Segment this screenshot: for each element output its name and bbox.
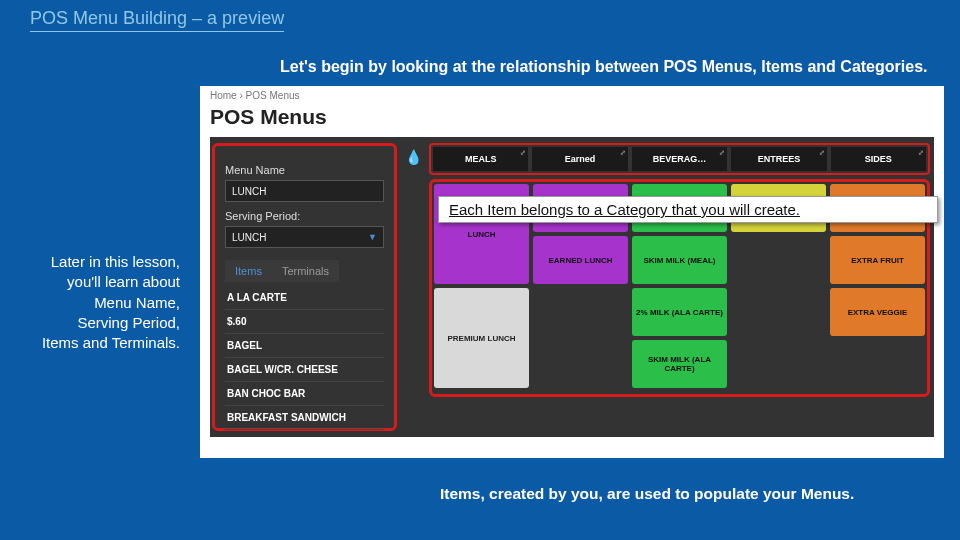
category-header-row: MEALS⤢ Earned⤢ BEVERAG…⤢ ENTREES⤢ SIDES⤢ xyxy=(429,143,930,175)
tile-earned-lunch[interactable]: EARNED LUNCH xyxy=(533,236,628,284)
form-column: Menu Name LUNCH Serving Period: LUNCH ▼ … xyxy=(212,143,397,431)
breadcrumb-current: POS Menus xyxy=(246,90,300,101)
menu-name-label: Menu Name xyxy=(225,164,384,176)
tile-2pct-milk-ala[interactable]: 2% MILK (ALA CARTE) xyxy=(632,288,727,336)
category-header[interactable]: ENTREES⤢ xyxy=(731,147,826,171)
app-screenshot: Home › POS Menus POS Menus Each Item bel… xyxy=(200,86,944,458)
tile-skim-milk-ala[interactable]: SKIM MILK (ALA CARTE) xyxy=(632,340,727,388)
menu-grid: MEALS⤢ Earned⤢ BEVERAG…⤢ ENTREES⤢ SIDES⤢… xyxy=(425,137,934,437)
annotation-text: Each Item belongs to a Category that you… xyxy=(449,201,800,218)
tile-extra-veggie[interactable]: EXTRA VEGGIE xyxy=(830,288,925,336)
intro-text: Let's begin by looking at the relationsh… xyxy=(280,58,927,76)
menu-name-input[interactable]: LUNCH xyxy=(225,180,384,202)
list-item[interactable]: BAGEL xyxy=(225,334,384,358)
category-header[interactable]: MEALS⤢ xyxy=(433,147,528,171)
tab-terminals[interactable]: Terminals xyxy=(272,260,339,282)
category-header[interactable]: BEVERAG…⤢ xyxy=(632,147,727,171)
breadcrumb-sep: › xyxy=(239,90,242,101)
list-item[interactable]: $.60 xyxy=(225,310,384,334)
caption-bottom: Items, created by you, are used to popul… xyxy=(440,485,854,503)
category-label: SIDES xyxy=(865,154,892,164)
chevron-down-icon: ▼ xyxy=(368,232,377,242)
expand-icon[interactable]: ⤢ xyxy=(819,149,825,157)
list-item[interactable]: BAN CHOC BAR xyxy=(225,382,384,406)
tile-extra-fruit[interactable]: EXTRA FRUIT xyxy=(830,236,925,284)
editor-panel: Each Item belongs to a Category that you… xyxy=(210,137,934,437)
expand-icon[interactable]: ⤢ xyxy=(719,149,725,157)
tabs: Items Terminals xyxy=(225,260,384,282)
expand-icon[interactable]: ⤢ xyxy=(620,149,626,157)
serving-period-select[interactable]: LUNCH ▼ xyxy=(225,226,384,248)
serving-period-value: LUNCH xyxy=(232,232,266,243)
list-item[interactable]: A LA CARTE xyxy=(225,286,384,310)
serving-period-label: Serving Period: xyxy=(225,210,384,222)
tile-premium-lunch[interactable]: PREMIUM LUNCH xyxy=(434,288,529,388)
list-item[interactable]: BREAKFAST SANDWICH xyxy=(225,406,384,430)
list-item[interactable]: BAGEL W/CR. CHEESE xyxy=(225,358,384,382)
annotation-callout: Each Item belongs to a Category that you… xyxy=(438,196,938,223)
expand-icon[interactable]: ⤢ xyxy=(918,149,924,157)
category-header[interactable]: Earned⤢ xyxy=(532,147,627,171)
breadcrumb-home[interactable]: Home xyxy=(210,90,237,101)
breadcrumb: Home › POS Menus xyxy=(200,86,944,105)
slide-title: POS Menu Building – a preview xyxy=(30,8,284,32)
category-label: ENTREES xyxy=(758,154,801,164)
drop-icon-column: 💧 xyxy=(401,137,425,437)
page-heading: POS Menus xyxy=(200,105,944,137)
expand-icon[interactable]: ⤢ xyxy=(520,149,526,157)
category-label: BEVERAG… xyxy=(653,154,707,164)
category-label: MEALS xyxy=(465,154,497,164)
tile-skim-milk-meal[interactable]: SKIM MILK (MEAL) xyxy=(632,236,727,284)
menu-name-value: LUNCH xyxy=(232,186,266,197)
tab-items[interactable]: Items xyxy=(225,260,272,282)
item-list: A LA CARTE $.60 BAGEL BAGEL W/CR. CHEESE… xyxy=(225,286,384,430)
category-header[interactable]: SIDES⤢ xyxy=(831,147,926,171)
category-label: Earned xyxy=(565,154,596,164)
caption-left: Later in this lesson, you'll learn about… xyxy=(40,252,180,353)
droplet-icon: 💧 xyxy=(405,149,422,165)
